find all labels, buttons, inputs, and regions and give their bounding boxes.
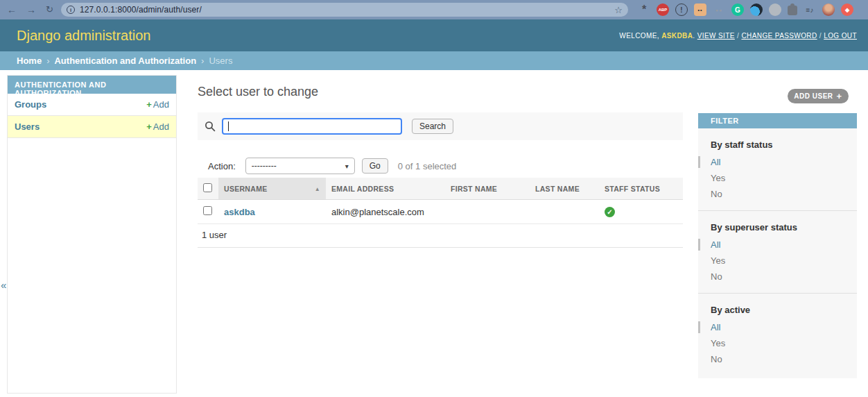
go-button[interactable]: Go (362, 158, 388, 174)
back-icon[interactable]: ← (7, 3, 17, 17)
filter-title: FILTER (698, 113, 857, 128)
add-user-button[interactable]: ADD USER + (788, 89, 849, 103)
breadcrumb-home[interactable]: Home (17, 56, 42, 66)
site-title[interactable]: Django administration (17, 28, 150, 44)
puzzle-extensions-icon[interactable] (788, 6, 797, 15)
add-user-link[interactable]: +Add (146, 121, 169, 132)
add-group-link[interactable]: +Add (146, 99, 169, 110)
paginator-count: 1 user (202, 230, 227, 240)
search-input[interactable] (222, 118, 402, 135)
chevron-down-icon: ▾ (345, 162, 349, 170)
breadcrumb: Home › Authentication and Authorization … (0, 51, 868, 70)
url-text[interactable]: 127.0.0.1:8000/admin/auth/user/ (80, 5, 202, 15)
app-sidebar: AUTHENTICATION AND AUTHORIZATION Groups … (7, 75, 177, 394)
filter-option-all[interactable]: All (698, 154, 857, 170)
change-password-link[interactable]: CHANGE PASSWORD (741, 32, 817, 40)
filter-section-active: By active All Yes No (698, 293, 857, 367)
reload-icon[interactable]: ↻ (46, 3, 53, 17)
browser-toolbar: ← → ↻ i 127.0.0.1:8000/admin/auth/user/ … (0, 0, 868, 19)
welcome-text: WELCOME, (619, 32, 659, 40)
filter-option-yes[interactable]: Yes (698, 170, 857, 186)
row-checkbox[interactable] (203, 206, 212, 215)
users-link[interactable]: Users (15, 121, 40, 132)
filter-option-all[interactable]: All (698, 319, 857, 335)
user-email-cell: alkin@planetscale.com (326, 200, 445, 224)
page-title: Select user to change (198, 85, 318, 99)
extension-icons: * ABP ! •• ●● G ≡♪ ◆ (638, 3, 853, 16)
filter-heading: By superuser status (698, 214, 857, 237)
breadcrumb-auth[interactable]: Authentication and Authorization (54, 56, 196, 66)
playlist-extension-icon[interactable]: ≡♪ (804, 3, 816, 16)
column-email[interactable]: EMAIL ADDRESS (326, 178, 445, 200)
site-info-icon[interactable]: i (67, 6, 75, 14)
filter-option-all[interactable]: All (698, 237, 857, 253)
user-table: USERNAME ▲ EMAIL ADDRESS FIRST NAME LAST… (198, 178, 683, 224)
plus-icon: + (837, 93, 842, 100)
view-site-link[interactable]: VIEW SITE (697, 32, 735, 40)
forward-icon[interactable]: → (26, 3, 36, 17)
actions-bar: Action: --------- ▾ Go 0 of 1 selected (198, 157, 683, 175)
action-label: Action: (208, 161, 236, 171)
alert-extension-icon[interactable]: ◆ (841, 3, 853, 16)
text-caret (228, 121, 229, 131)
filter-option-no[interactable]: No (698, 351, 857, 367)
table-row: askdba alkin@planetscale.com ✓ (198, 200, 683, 224)
select-all-checkbox[interactable] (203, 183, 212, 192)
filter-option-yes[interactable]: Yes (698, 253, 857, 269)
filter-option-yes[interactable]: Yes (698, 335, 857, 351)
column-username[interactable]: USERNAME ▲ (218, 178, 326, 200)
user-row-link[interactable]: askdba (224, 207, 255, 217)
column-last-name[interactable]: LAST NAME (530, 178, 599, 200)
adblock-extension-icon[interactable]: ABP (657, 3, 669, 16)
sidebar-collapse-toggle[interactable]: « (1, 279, 6, 291)
filter-heading: By active (698, 296, 857, 319)
user-last-name-cell (530, 200, 599, 224)
admin-header: Django administration WELCOME, ASKDBA. V… (0, 19, 868, 51)
filter-section-superuser: By superuser status All Yes No (698, 210, 857, 285)
current-username: ASKDBA (661, 32, 693, 40)
toggle-dots-extension-icon[interactable]: ●● (713, 3, 725, 16)
filter-heading: By staff status (698, 131, 857, 154)
exclamation-extension-icon[interactable]: ! (675, 3, 688, 16)
table-header-row: USERNAME ▲ EMAIL ADDRESS FIRST NAME LAST… (198, 178, 683, 200)
filter-section-staff: By staff status All Yes No (698, 128, 857, 202)
user-first-name-cell (445, 200, 530, 224)
breadcrumb-current: Users (209, 56, 232, 66)
filter-option-no[interactable]: No (698, 269, 857, 285)
column-staff-status[interactable]: STAFF STATUS (599, 178, 683, 200)
sidebar-item-users[interactable]: Users +Add (8, 116, 176, 138)
search-toolbar: Search (198, 112, 683, 140)
log-out-link[interactable]: LOG OUT (824, 32, 857, 40)
selection-counter: 0 of 1 selected (398, 161, 457, 171)
search-button[interactable]: Search (412, 119, 453, 134)
user-tools: WELCOME, ASKDBA. VIEW SITE / CHANGE PASS… (619, 32, 857, 40)
plus-icon: + (146, 99, 152, 110)
groups-link[interactable]: Groups (15, 99, 46, 110)
column-first-name[interactable]: FIRST NAME (445, 178, 530, 200)
grammarly-extension-icon[interactable]: G (731, 3, 744, 16)
staff-status-yes-icon: ✓ (605, 207, 615, 217)
profile-avatar[interactable] (822, 3, 835, 16)
filter-panel: FILTER By staff status All Yes No By sup… (698, 113, 857, 378)
page: ← → ↻ i 127.0.0.1:8000/admin/auth/user/ … (0, 0, 868, 397)
filter-option-no[interactable]: No (698, 186, 857, 202)
sort-ascending-icon[interactable]: ▲ (315, 186, 320, 192)
eye-extension-icon[interactable] (750, 3, 763, 16)
url-bar[interactable]: i 127.0.0.1:8000/admin/auth/user/ ☆ (61, 3, 628, 17)
module-caption: AUTHENTICATION AND AUTHORIZATION (8, 76, 176, 94)
plus-icon: + (146, 121, 152, 132)
action-selected-option: --------- (252, 161, 277, 171)
action-select[interactable]: --------- ▾ (245, 158, 355, 174)
search-icon (205, 121, 216, 132)
results-bottom-divider (198, 247, 683, 248)
globe-extension-icon[interactable] (769, 3, 781, 16)
sprocket-extension-icon[interactable]: * (638, 3, 650, 16)
face-extension-icon[interactable]: •• (694, 3, 706, 16)
bookmark-star-icon[interactable]: ☆ (614, 5, 623, 15)
